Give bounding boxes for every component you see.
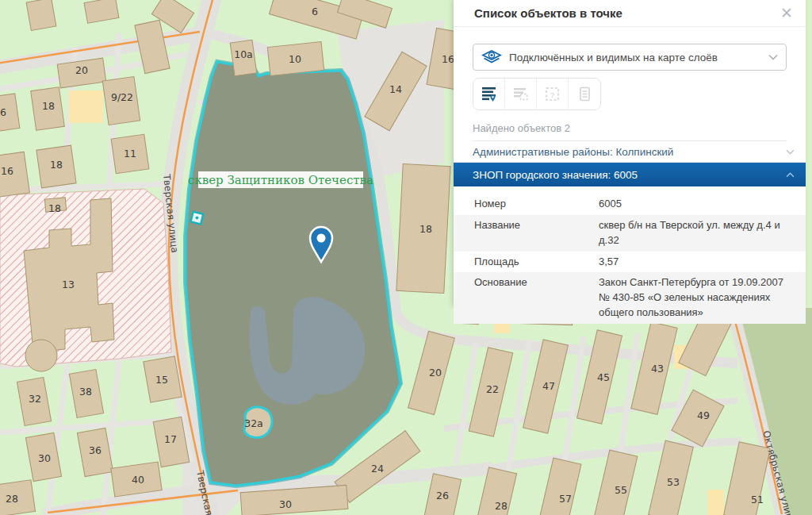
table-row: Площадь 3,57	[454, 252, 806, 273]
building-label: 51	[751, 494, 764, 505]
building-label: 18	[50, 159, 63, 171]
building-label: 6	[312, 6, 318, 17]
app-window: 20 18 9/22 11 18 16 6 13 18 15 32 38 30 …	[0, 0, 812, 515]
building-label: 9/22	[111, 91, 133, 103]
panel-title: Список объектов в точке	[474, 6, 622, 20]
attr-label: Название	[474, 218, 599, 248]
building-label: 30	[38, 452, 51, 464]
building-label: 45	[597, 371, 610, 383]
building-label: 6	[0, 106, 6, 118]
list-pin-icon	[481, 86, 497, 102]
layer-filter-dropdown[interactable]: Подключённых и видимых на карте слоёв	[473, 44, 787, 71]
building-label: 10	[289, 53, 301, 65]
building-label: 57	[559, 493, 572, 505]
found-objects-count: Найдено объектов 2	[473, 122, 787, 141]
building-label: 10a	[234, 48, 253, 60]
chevron-up-icon	[786, 172, 795, 178]
layers-eye-icon	[481, 50, 502, 65]
building-label: 43	[651, 363, 664, 375]
identify-polygon-button[interactable]	[505, 79, 537, 110]
attr-value: Закон Санкт-Петербурга от 19.09.2007 № 4…	[599, 275, 787, 321]
park-label: сквер Защитников Отечества	[188, 171, 373, 188]
attribute-table: Номер 6005 Название сквер б/н на Тверско…	[454, 194, 806, 324]
identify-toolbar: ?	[473, 78, 601, 110]
identify-extent-button[interactable]: ?	[537, 79, 569, 110]
identify-point-button[interactable]	[473, 79, 505, 110]
building-label: 15	[155, 374, 168, 386]
building-label: 18	[42, 100, 55, 112]
building-label: 16	[442, 53, 454, 65]
building-label: 22	[486, 383, 499, 395]
table-row: Основание Закон Санкт-Петербурга от 19.0…	[454, 272, 806, 324]
building-label: 18	[48, 202, 61, 214]
building-label: 18	[419, 223, 432, 235]
building-label: 14	[389, 83, 402, 95]
building-label: 53	[667, 476, 680, 488]
building-label: 28	[495, 500, 508, 512]
building-label: 55	[615, 484, 627, 496]
attr-label: Основание	[474, 275, 599, 321]
panel-header: Список объектов в точке ✕	[454, 0, 806, 27]
table-row: Номер 6005	[454, 194, 806, 215]
chevron-down-icon	[768, 54, 778, 60]
building-label: 38	[79, 386, 92, 398]
object-group-znop[interactable]: ЗНОП городского значения: 6005	[454, 163, 806, 186]
table-row: Название сквер б/н на Тверской ул. между…	[454, 215, 806, 252]
layer-filter-label: Подключённых и видимых на карте слоёв	[509, 52, 761, 63]
building-label: 32	[29, 393, 41, 405]
svg-text:?: ?	[550, 91, 554, 99]
close-icon[interactable]: ✕	[777, 4, 796, 22]
building-label: 20	[75, 64, 88, 76]
object-group-title: Административные районы: Колпинский	[473, 146, 673, 158]
object-list-panel: Список объектов в точке ✕ Подключённых и…	[454, 0, 806, 306]
building-label: 40	[132, 474, 144, 486]
building-label: 49	[697, 409, 710, 421]
building-label: 13	[62, 279, 75, 290]
object-group-title: ЗНОП городского значения: 6005	[473, 169, 638, 181]
attr-value: 6005	[599, 197, 787, 212]
document-icon	[576, 86, 593, 102]
question-rect-icon: ?	[544, 86, 561, 102]
svg-text:сквер Защитников Отечества: сквер Защитников Отечества	[188, 173, 373, 187]
building-label: 47	[542, 380, 555, 392]
attr-label: Площадь	[474, 255, 599, 270]
attr-value: сквер б/н на Тверской ул. между д.4 и д.…	[599, 218, 787, 248]
map-marker-square[interactable]	[190, 212, 203, 225]
building-label: 26	[436, 490, 449, 502]
object-group-districts[interactable]: Административные районы: Колпинский	[454, 141, 806, 163]
building-label: 11	[124, 148, 136, 159]
attr-value: 3,57	[599, 255, 787, 270]
building-label: 32a	[244, 417, 263, 429]
building-label: 28	[6, 493, 18, 505]
report-button[interactable]	[569, 79, 600, 110]
chevron-down-icon	[786, 149, 795, 155]
attr-label: Номер	[474, 197, 599, 212]
building-label: 24	[371, 463, 384, 475]
building-label: 16	[1, 165, 13, 177]
building-label: 36	[89, 444, 102, 456]
building-label: 30	[279, 498, 292, 510]
list-rect-icon	[512, 86, 529, 102]
building-label: 20	[429, 367, 442, 379]
building-label: 17	[164, 433, 177, 445]
